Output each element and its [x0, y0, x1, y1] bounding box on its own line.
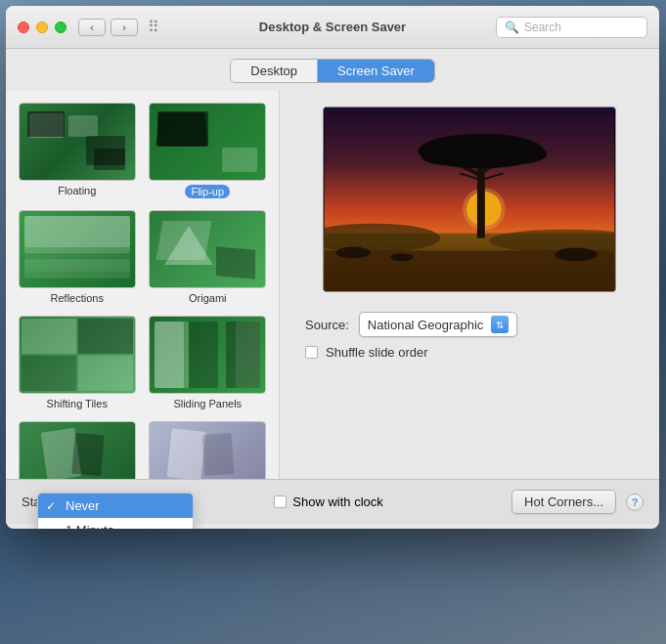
- saver-item-reflections[interactable]: Reflections: [14, 206, 141, 308]
- search-icon: 🔍: [505, 21, 519, 34]
- main-content: Floating Flip-up: [6, 91, 659, 479]
- saver-grid: Floating Flip-up: [14, 99, 271, 479]
- shuffle-row: Shuffle slide order: [305, 345, 428, 360]
- right-panel: Source: National Geographic ⇅ Shuffle sl…: [280, 91, 659, 479]
- source-label: Source:: [305, 318, 349, 332]
- saver-item-floating[interactable]: Floating: [14, 99, 141, 202]
- minimize-button[interactable]: [36, 21, 48, 33]
- svg-point-14: [422, 147, 479, 166]
- show-clock-checkbox[interactable]: [274, 495, 287, 508]
- saver-thumbnail-floating: [19, 103, 136, 181]
- saver-thumbnail-photomobile: [19, 421, 136, 479]
- saver-thumbnail-origami: [149, 210, 266, 288]
- title-bar: ‹ › ⠿ Desktop & Screen Saver 🔍 Search: [6, 6, 659, 49]
- saver-label-origami: Origami: [189, 292, 227, 304]
- saver-thumbnail-holidaymobile: [149, 421, 266, 479]
- saver-label-sliding: Sliding Panels: [173, 398, 242, 409]
- back-button[interactable]: ‹: [78, 19, 106, 36]
- dropdown-item-label: 1 Minute: [66, 523, 114, 529]
- saver-label-flipup: Flip-up: [185, 185, 230, 198]
- saver-item-shifting[interactable]: Shifting Tiles: [14, 312, 141, 413]
- left-panel[interactable]: Floating Flip-up: [6, 91, 280, 479]
- shuffle-checkbox[interactable]: [305, 346, 318, 359]
- saver-item-holidaymobile[interactable]: Holiday Mobile: [145, 417, 272, 479]
- grid-icon[interactable]: ⠿: [148, 18, 159, 36]
- hot-corners-button[interactable]: Hot Corners...: [511, 490, 616, 514]
- saver-item-sliding[interactable]: Sliding Panels: [145, 312, 272, 413]
- dropdown-item-never[interactable]: ✓ Never: [38, 494, 193, 518]
- saver-thumbnail-reflections: [19, 210, 136, 288]
- saver-item-flipup[interactable]: Flip-up: [145, 99, 272, 202]
- tabs-bar: Desktop Screen Saver: [6, 49, 659, 91]
- saver-label-floating: Floating: [58, 185, 96, 196]
- dropdown-item-1min[interactable]: 1 Minute: [38, 518, 193, 529]
- tab-desktop[interactable]: Desktop: [231, 60, 318, 82]
- show-clock-label: Show with clock: [292, 494, 382, 509]
- preview-image: [323, 107, 616, 292]
- svg-point-15: [479, 144, 547, 165]
- help-button[interactable]: ?: [626, 494, 644, 511]
- saver-label-reflections: Reflections: [51, 292, 104, 304]
- search-box[interactable]: 🔍 Search: [496, 17, 647, 38]
- start-after-dropdown: ✓ Never 1 Minute 2 Minutes 5 Minutes 10 …: [37, 493, 194, 529]
- source-select-arrow-icon: ⇅: [491, 316, 509, 333]
- maximize-button[interactable]: [55, 21, 67, 33]
- svg-point-18: [555, 247, 598, 261]
- saver-thumbnail-shifting: [19, 316, 136, 394]
- show-clock-row: Show with clock: [274, 494, 382, 509]
- main-window: ‹ › ⠿ Desktop & Screen Saver 🔍 Search De…: [6, 6, 659, 529]
- shuffle-label: Shuffle slide order: [326, 345, 428, 360]
- preview-svg: [324, 107, 615, 291]
- dropdown-item-label: Never: [66, 498, 100, 513]
- saver-item-photomobile[interactable]: Photo Mobile: [14, 417, 141, 479]
- source-select[interactable]: National Geographic ⇅: [359, 312, 518, 337]
- forward-button[interactable]: ›: [111, 19, 138, 36]
- source-row: Source: National Geographic ⇅: [305, 312, 517, 337]
- saver-label-shifting: Shifting Tiles: [47, 398, 108, 409]
- saver-thumbnail-flipup: [149, 103, 266, 181]
- tab-screen-saver[interactable]: Screen Saver: [318, 60, 434, 82]
- window-title: Desktop & Screen Saver: [259, 20, 406, 34]
- svg-point-19: [390, 253, 414, 261]
- saver-item-origami[interactable]: Origami: [145, 206, 272, 308]
- close-button[interactable]: [18, 21, 29, 33]
- checkmark-icon: ✓: [46, 499, 60, 513]
- traffic-lights: [18, 21, 67, 33]
- source-select-text: National Geographic: [368, 318, 484, 332]
- svg-point-17: [335, 246, 371, 258]
- nav-buttons: ‹ ›: [78, 19, 138, 36]
- search-placeholder: Search: [524, 21, 561, 34]
- saver-thumbnail-sliding: [149, 316, 266, 394]
- tab-group: Desktop Screen Saver: [230, 59, 434, 83]
